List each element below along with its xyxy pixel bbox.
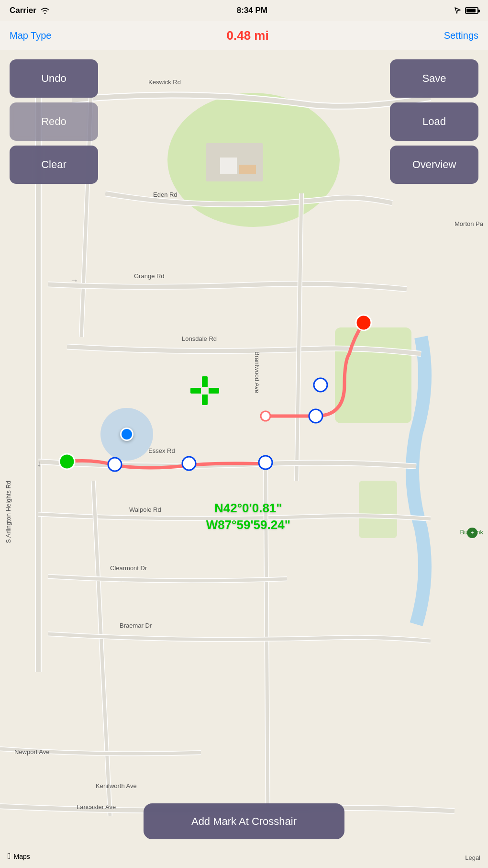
coordinates-display: N42°0'0.81" W87°59'59.24" [206,500,290,533]
apple-icon:  [8,851,11,861]
crosshair-gap-v [201,387,208,395]
street-essex: Essex Rd [148,447,175,454]
burbank-icon: + [467,528,477,538]
location-dot [120,428,133,441]
undo-button[interactable]: Undo [10,59,98,98]
longitude-display: W87°59'59.24" [206,517,290,533]
map-container[interactable]: → ↓ Keswick Rd Eden Rd Grange Rd Lonsdal [0,50,488,868]
overview-button[interactable]: Overview [390,146,478,184]
street-grange: Grange Rd [134,272,165,280]
street-lancaster: Lancaster Ave [77,803,116,811]
wifi-icon [40,7,50,14]
load-button[interactable]: Load [390,102,478,141]
legal-link[interactable]: Legal [465,854,480,861]
maps-logo:  Maps [8,851,30,861]
nav-bar: Map Type 0.48 mi Settings [0,21,488,50]
settings-button[interactable]: Settings [444,30,478,41]
save-button[interactable]: Save [390,59,478,98]
map-type-button[interactable]: Map Type [10,30,51,41]
street-keswick: Keswick Rd [148,79,181,86]
street-braemar: Braemar Dr [120,622,152,629]
battery-icon [465,7,478,14]
status-right [455,7,478,14]
time-display: 8:34 PM [237,6,267,15]
maps-label: Maps [14,853,30,860]
status-bar: Carrier 8:34 PM [0,0,488,21]
street-lonsdale: Lonsdale Rd [182,335,217,342]
street-clearmont: Clearmont Dr [110,564,147,572]
location-arrow-icon [455,7,461,14]
latitude-display: N42°0'0.81" [206,500,290,517]
add-mark-button[interactable]: Add Mark At Crosshair [144,803,344,839]
distance-display: 0.48 mi [227,28,269,43]
street-kenilworth: Kenilworth Ave [96,782,137,789]
street-arlington: S Arlington Heights Rd [5,481,12,543]
street-brantwood: Brantwood Ave [254,351,261,393]
street-walpole: Walpole Rd [129,506,161,513]
carrier-label: Carrier [10,6,36,15]
status-left: Carrier [10,6,50,15]
street-newport: Newport Ave [14,748,49,755]
clear-button[interactable]: Clear [10,146,98,184]
street-mortonpa: Morton Pa [455,220,483,227]
street-eden: Eden Rd [153,191,177,198]
crosshair [190,376,219,405]
redo-button[interactable]: Redo [10,102,98,141]
